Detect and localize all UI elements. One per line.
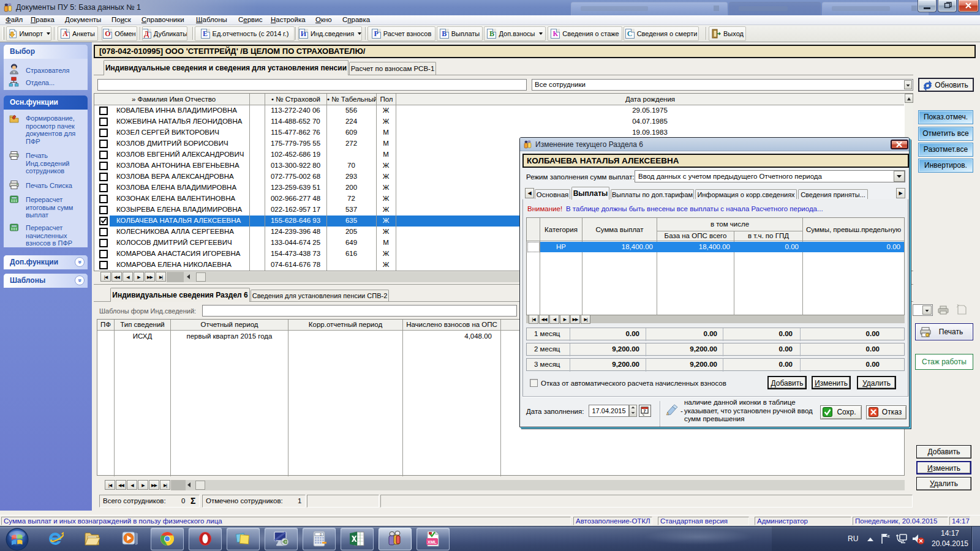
svg-text:7: 7 <box>644 409 646 413</box>
svg-text:XML: XML <box>428 540 437 544</box>
